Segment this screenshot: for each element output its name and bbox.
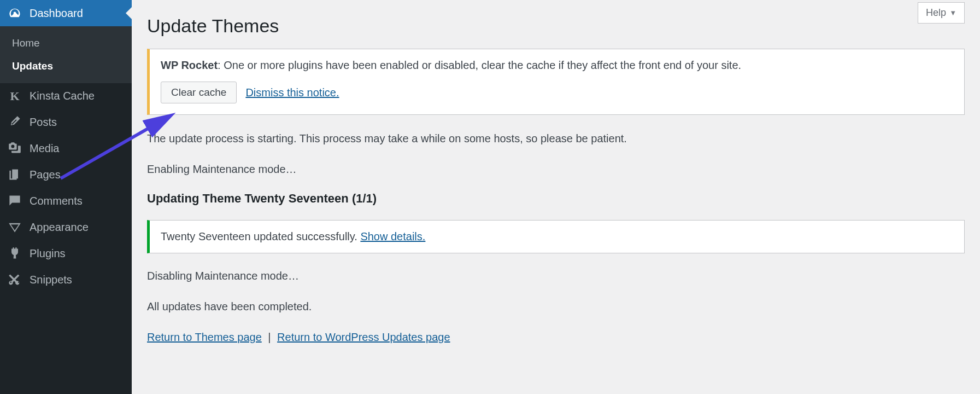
success-text: Twenty Seventeen updated successfully. <box>161 230 360 242</box>
sidebar-submenu-dashboard: Home Updates <box>0 26 132 83</box>
dashboard-icon <box>8 7 22 20</box>
notice-plugin-name: WP Rocket <box>161 59 218 71</box>
sidebar-item-label: Snippets <box>30 274 72 286</box>
sidebar-item-label: Plugins <box>30 247 66 260</box>
caret-down-icon: ▼ <box>949 9 956 17</box>
main-content: Help ▼ Update Themes WP Rocket: One or m… <box>132 0 980 394</box>
notice-actions: Clear cache Dismiss this notice. <box>161 82 953 103</box>
sidebar-item-plugins[interactable]: Plugins <box>0 240 132 266</box>
sidebar-item-posts[interactable]: Posts <box>0 109 132 135</box>
sidebar-item-label: Posts <box>30 116 57 129</box>
update-success-notice: Twenty Seventeen updated successfully. S… <box>147 220 965 253</box>
sidebar-item-appearance[interactable]: Appearance <box>0 214 132 240</box>
notice-text: : One or more plugins have been enabled … <box>218 59 741 71</box>
media-icon <box>8 142 22 155</box>
return-themes-link[interactable]: Return to Themes page <box>147 331 262 343</box>
comments-icon <box>8 194 22 207</box>
clear-cache-button[interactable]: Clear cache <box>161 82 237 103</box>
wp-rocket-notice: WP Rocket: One or more plugins have been… <box>147 49 965 115</box>
pin-icon <box>8 115 22 129</box>
notice-message: WP Rocket: One or more plugins have been… <box>161 59 953 72</box>
log-starting: The update process is starting. This pro… <box>147 130 965 147</box>
return-updates-link[interactable]: Return to WordPress Updates page <box>277 331 450 343</box>
separator: | <box>265 331 274 343</box>
sidebar-item-kinsta-cache[interactable]: K Kinsta Cache <box>0 83 132 109</box>
sidebar-subitem-updates[interactable]: Updates <box>0 55 132 78</box>
page-title: Update Themes <box>147 0 965 49</box>
sidebar-item-dashboard[interactable]: Dashboard <box>0 0 132 26</box>
sidebar-item-label: Pages <box>30 169 61 181</box>
pages-icon <box>8 168 22 181</box>
dismiss-notice-link[interactable]: Dismiss this notice. <box>245 86 339 99</box>
admin-sidebar: Dashboard Home Updates K Kinsta Cache Po… <box>0 0 132 394</box>
update-log: The update process is starting. This pro… <box>147 130 965 345</box>
sidebar-item-pages[interactable]: Pages <box>0 161 132 188</box>
sidebar-subitem-home[interactable]: Home <box>0 32 132 55</box>
sidebar-item-media[interactable]: Media <box>0 135 132 161</box>
sidebar-item-label: Dashboard <box>30 7 83 20</box>
sidebar-item-label: Appearance <box>30 221 89 234</box>
help-label: Help <box>926 7 946 19</box>
sidebar-item-label: Comments <box>30 195 83 207</box>
help-tab[interactable]: Help ▼ <box>918 2 965 24</box>
log-disable-maintenance: Disabling Maintenance mode… <box>147 268 965 284</box>
kinsta-icon: K <box>8 90 22 102</box>
scissors-icon <box>8 273 22 286</box>
show-details-link[interactable]: Show details. <box>360 230 425 242</box>
sidebar-item-label: Kinsta Cache <box>30 90 95 102</box>
plugins-icon <box>8 247 22 260</box>
log-enable-maintenance: Enabling Maintenance mode… <box>147 161 965 177</box>
log-completed: All updates have been completed. <box>147 298 965 315</box>
sidebar-item-snippets[interactable]: Snippets <box>0 266 132 293</box>
sidebar-item-comments[interactable]: Comments <box>0 188 132 214</box>
return-links: Return to Themes page | Return to WordPr… <box>147 329 965 345</box>
appearance-icon <box>8 221 22 234</box>
log-updating-heading: Updating Theme Twenty Seventeen (1/1) <box>147 192 965 206</box>
sidebar-item-label: Media <box>30 142 59 155</box>
